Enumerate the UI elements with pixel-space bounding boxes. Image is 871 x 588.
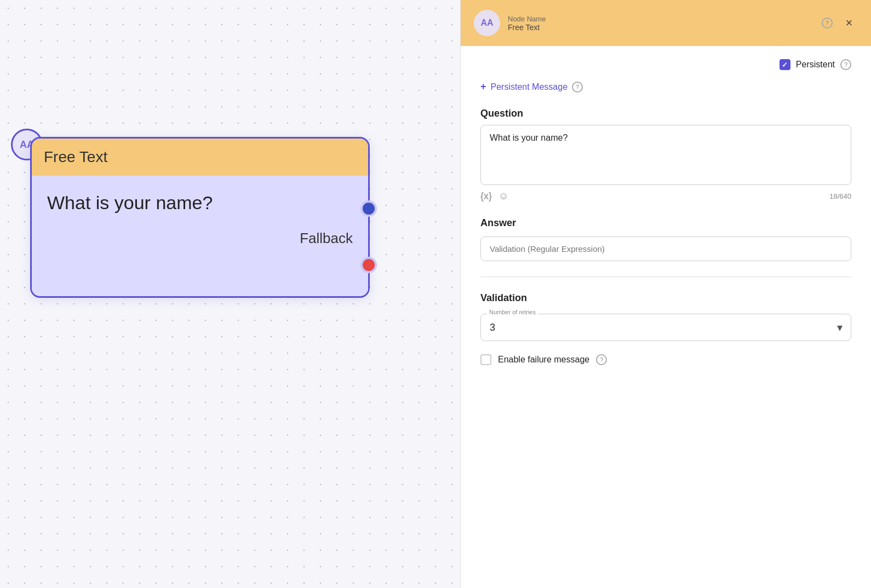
panel-subtitle: Free Text [508,23,814,32]
persistent-help-icon[interactable]: ? [840,59,851,70]
panel-help-icon[interactable]: ? [822,18,833,28]
char-count: 18/640 [829,192,851,200]
textarea-icons: {x} ☺ [480,191,508,202]
canvas-area: AA Free Text What is your name? Fallback [0,0,460,588]
panel-content: Persistent ? + Persistent Message ? Ques… [461,46,871,588]
connector-dot-blue[interactable] [360,200,377,217]
validation-section-label: Validation [480,292,851,304]
node-card-question: What is your name? [47,192,353,214]
answer-section-label: Answer [480,217,851,229]
persistent-label: Persistent [796,60,835,70]
retries-float-label: Number of retries [487,309,538,315]
persistent-message-plus-icon: + [480,81,486,93]
textarea-footer: {x} ☺ 18/640 [480,191,851,202]
panel-node-label: Node Name [508,15,814,23]
panel-header-text: Node Name Free Text [508,15,814,32]
variable-icon-button[interactable]: {x} [480,191,492,202]
node-card-title: Free Text [44,148,107,165]
panel-avatar: AA [474,10,500,36]
node-card-body: What is your name? Fallback [32,176,368,296]
retries-select[interactable]: 1 2 3 4 5 [480,314,851,341]
enable-failure-help-icon[interactable]: ? [596,354,607,365]
enable-failure-checkbox[interactable] [480,354,491,365]
question-section-label: Question [480,108,851,119]
persistent-message-help-icon[interactable]: ? [572,82,583,93]
panel-header: AA Node Name Free Text ? × [461,0,871,46]
question-textarea[interactable]: What is your name? [480,125,851,185]
validation-regex-input[interactable] [480,237,851,261]
persistent-checkbox[interactable] [780,59,790,70]
node-card-fallback: Fallback [47,230,353,247]
persistent-row: Persistent ? [480,59,851,70]
emoji-icon-button[interactable]: ☺ [498,191,508,202]
persistent-message-link[interactable]: Persistent Message [491,82,568,92]
right-panel: AA Node Name Free Text ? × Persistent ? … [460,0,871,588]
connector-dot-red[interactable] [360,257,377,273]
section-divider [480,276,851,277]
retries-select-wrapper: Number of retries 1 2 3 4 5 ▾ [480,314,851,341]
node-card-header: Free Text [32,139,368,176]
enable-failure-label: Enable failure message [498,355,589,365]
node-card[interactable]: Free Text What is your name? Fallback [30,137,370,298]
panel-close-button[interactable]: × [840,14,858,32]
enable-failure-row: Enable failure message ? [480,354,851,365]
persistent-message-row: + Persistent Message ? [480,81,851,93]
